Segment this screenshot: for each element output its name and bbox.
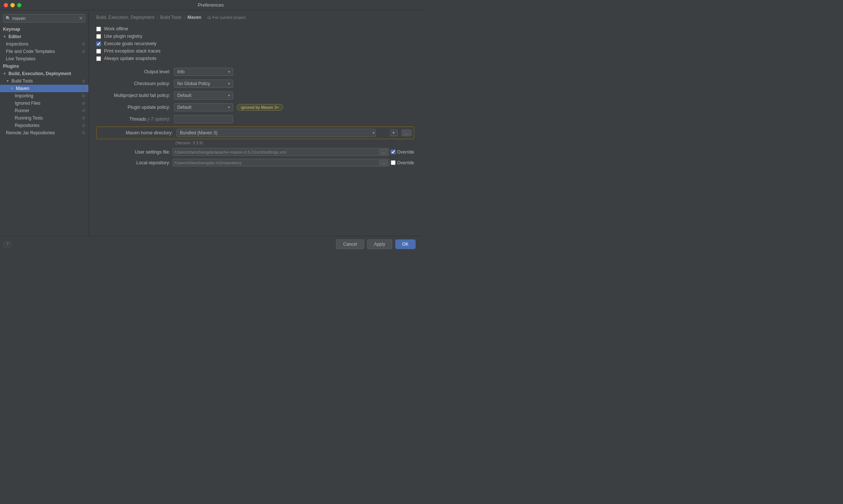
user-settings-row: User settings file: /Users/chenchengda/a… [96,147,414,157]
plugin-update-badge: ignored by Maven 3+ [237,104,283,111]
threads-row: Threads (-T option): [96,113,414,125]
running-tests-gear-icon: ⚙ [82,116,85,121]
plugins-label: Plugins [3,64,19,69]
window-controls[interactable] [4,3,21,7]
breadcrumb-part2: Build Tools [160,15,182,20]
repositories-label: Repositories [15,123,40,128]
work-offline-label: Work offline [104,26,128,31]
search-icon: 🔍 [6,16,11,21]
build-tools-gear-icon: ⚙ [82,79,85,84]
maven-gear-icon: ⚙ [82,86,85,91]
threads-input[interactable] [174,115,233,123]
maven-home-browse-button[interactable]: … [402,130,412,136]
remote-jar-label: Remote Jar Repositories [6,130,55,135]
breadcrumb-sep1: › [157,15,158,20]
minimize-button[interactable] [10,3,15,7]
plugin-update-policy-row: Plugin update policy: Default Always Nev… [96,101,414,113]
live-templates-label: Live Templates [6,56,36,61]
ok-button[interactable]: OK [395,239,416,249]
user-settings-input-wrap: /Users/chenchengda/apache-maven-3.5.2/co… [172,148,414,156]
close-button[interactable] [4,3,8,7]
build-exec-label: Build, Execution, Deployment [9,71,71,76]
repos-gear-icon: ⚙ [82,123,85,128]
search-input[interactable] [12,16,77,21]
build-tools-label: Build Tools [11,78,33,84]
sidebar-item-editor[interactable]: Editor [0,33,88,40]
breadcrumb-sep2: › [184,15,185,20]
work-offline-row: Work offline [96,25,414,33]
importing-gear-icon: ⚙ [82,94,85,98]
sidebar-item-remote-jar[interactable]: Remote Jar Repositories ⚙ [0,129,88,137]
user-settings-override-checkbox[interactable] [391,149,396,154]
clear-button[interactable]: ✕ [79,16,83,21]
plugin-update-label: Plugin update policy: [96,105,170,110]
sidebar-item-plugins[interactable]: Plugins [0,63,88,70]
remote-jar-gear-icon: ⚙ [82,131,85,135]
local-repo-path: /Users/chenchengda/.m2/repository [174,161,378,165]
execute-goals-row: Execute goals recursively [96,40,414,47]
sidebar-item-live-templates[interactable]: Live Templates [0,55,88,63]
local-repo-row: Local repository: /Users/chenchengda/.m2… [96,157,414,168]
sidebar-item-runner[interactable]: Runner ⚙ [0,107,88,114]
content-area: Build, Execution, Deployment › Build Too… [89,10,422,236]
sidebar-item-inspections[interactable]: Inspections ⚙ [0,40,88,48]
local-repo-browse-button[interactable]: … [379,160,387,165]
sidebar-item-repositories[interactable]: Repositories ⚙ [0,122,88,129]
checksum-policy-label: Checksum policy: [96,81,170,86]
always-update-row: Always update snapshots [96,55,414,62]
checksum-policy-row: Checksum policy: No Global Policy Fail W… [96,78,414,90]
use-plugin-registry-row: Use plugin registry [96,33,414,40]
user-settings-browse-button[interactable]: … [379,149,387,155]
running-tests-label: Running Tests [15,115,43,121]
local-repo-path-box: /Users/chenchengda/.m2/repository … [172,159,389,167]
output-level-row: Output level: Info Debug Error [96,66,414,78]
help-button[interactable]: ? [4,241,11,248]
multiproject-select-wrap: Default Fail at End Fail Never Fail Fast [174,91,233,100]
multiproject-policy-select[interactable]: Default Fail at End Fail Never Fail Fast [174,91,233,100]
local-repo-override-checkbox[interactable] [391,160,396,165]
build-exec-arrow [3,72,6,75]
use-plugin-registry-checkbox[interactable] [96,34,101,39]
checksum-policy-select[interactable]: No Global Policy Fail Warn Ignore [174,80,233,88]
window-title: Preferences [198,2,224,8]
breadcrumb-part1: Build, Execution, Deployment [96,15,154,20]
maven-version-text: (Version: 3.3.9) [96,141,414,147]
maven-label: Maven [16,86,29,91]
breadcrumb: Build, Execution, Deployment › Build Too… [96,15,414,20]
file-templates-gear-icon: ⚙ [82,49,85,54]
cancel-button[interactable]: Cancel [336,239,364,249]
sidebar-item-importing[interactable]: Importing ⚙ [0,92,88,100]
maximize-button[interactable] [17,3,21,7]
maven-arrow [10,87,14,90]
print-exception-label: Print exception stack traces [104,48,161,54]
sidebar-item-running-tests[interactable]: Running Tests ⚙ [0,114,88,122]
sidebar-item-ignored-files[interactable]: Ignored Files ⚙ [0,100,88,107]
user-settings-path-box: /Users/chenchengda/apache-maven-3.5.2/co… [172,148,389,156]
always-update-checkbox[interactable] [96,56,101,61]
inspections-label: Inspections [6,41,28,47]
title-bar: Preferences [0,0,422,10]
inspections-gear-icon: ⚙ [82,42,85,47]
output-level-select-wrap: Info Debug Error [174,68,233,76]
keymap-label: Keymap [3,27,20,32]
sidebar-item-file-code-templates[interactable]: File and Code Templates ⚙ [0,48,88,55]
print-exception-checkbox[interactable] [96,49,101,54]
ignored-gear-icon: ⚙ [82,101,85,106]
runner-label: Runner [15,108,29,113]
apply-button[interactable]: Apply [367,239,392,249]
sidebar-item-build-exec-deploy[interactable]: Build, Execution, Deployment [0,70,88,77]
maven-home-select[interactable]: Bundled (Maven 3) Use Maven wrapper [177,129,376,137]
maven-home-dropdown-btn[interactable]: ▼ [390,130,398,136]
sidebar-item-keymap[interactable]: Keymap [0,26,88,33]
multiproject-policy-label: Multiproject build fail policy: [96,93,170,98]
sidebar-item-build-tools[interactable]: Build Tools ⚙ [0,77,88,85]
plugin-update-select[interactable]: Default Always Never Interval [174,103,233,111]
work-offline-checkbox[interactable] [96,27,101,31]
multiproject-policy-row: Multiproject build fail policy: Default … [96,90,414,101]
sidebar-item-maven[interactable]: Maven ⚙ [0,85,88,92]
editor-arrow [3,35,6,38]
user-settings-override-label: Override [397,149,414,155]
ignored-files-label: Ignored Files [15,101,40,106]
output-level-select[interactable]: Info Debug Error [174,68,233,76]
execute-goals-checkbox[interactable] [96,41,101,46]
